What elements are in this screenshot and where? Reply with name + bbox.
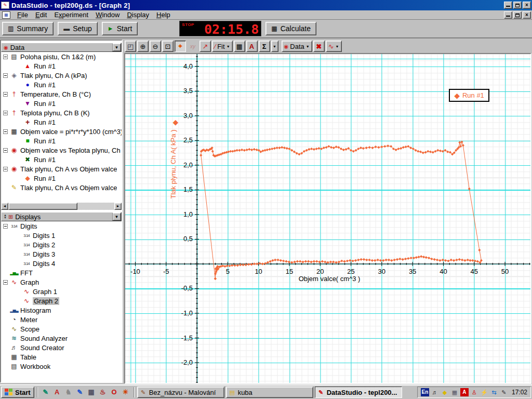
display-item[interactable]: ▤Workbook [1,362,122,371]
minimize-button[interactable] [504,2,512,9]
tray-agent-icon[interactable]: ♙ [470,388,478,396]
quick-launch-icon-2[interactable]: A [52,387,62,397]
scroll-left-icon[interactable]: ◄ [1,203,8,210]
display-item[interactable]: ◔Meter [1,315,122,324]
collapse-icon[interactable] [3,55,8,59]
data-item[interactable]: ◉Objem valce vs Teplota plynu, Ch B [1,145,122,155]
display-item[interactable]: ∿Graph 2 [1,296,122,305]
power-icon[interactable]: ⚡ [480,388,488,396]
data-panel-hscrollbar[interactable]: ◄ ► [1,203,122,210]
calculate-tool-button[interactable]: ▦ [234,41,245,52]
task-button[interactable]: ✎DataStudio - tepl200... [315,387,402,398]
display-item[interactable]: ♬Sound Creator [1,343,122,352]
scrollbar-thumb[interactable] [8,203,77,210]
quick-launch-icon-6[interactable]: ♨ [98,387,108,397]
pen-tool-icon[interactable]: ✎ [500,388,508,396]
slope-tool-button[interactable]: ↗ [200,41,211,52]
fit-dropdown[interactable]: ∕ Fit ▼ [212,41,233,52]
display-item[interactable]: 3.14Digits 1 [1,231,122,240]
text-annotation-button[interactable]: A [246,41,258,52]
data-panel-header[interactable]: ◉ Data ▼ [1,43,122,52]
taskbar-start-button[interactable]: Start [1,387,34,398]
zoom-in-button[interactable]: ⊕ [137,41,149,52]
tray-utility-icon[interactable]: ◆ [441,388,449,396]
display-item[interactable]: 3.14Digits 2 [1,240,122,249]
task-button[interactable]: ✎Bez_názvu - Malování [137,387,224,398]
collapse-icon[interactable] [3,148,8,153]
quick-launch-icon-3[interactable]: ♞ [63,387,74,397]
display-item[interactable]: ∿Scope [1,324,122,334]
legend[interactable]: ◆ Run #1 [449,89,489,102]
data-item[interactable]: ✎Tlak plynu, Ch A vs Objem valce [1,183,122,192]
xy-tool-button[interactable]: xy [187,41,198,52]
run-item[interactable]: ◆Run #1 [1,174,122,183]
data-item[interactable]: ◈Tlak plynu, Ch A (kPa) [1,71,122,80]
display-item[interactable]: ▦Table [1,352,122,362]
collapse-icon[interactable] [3,167,8,171]
data-dropdown[interactable]: ◉ Data ▼ [282,41,312,52]
run-item[interactable]: ✖Run #1 [1,155,122,164]
volume-icon[interactable]: ♬ [431,388,439,396]
menu-window[interactable]: Window [92,10,123,19]
restore-button[interactable] [513,2,522,9]
statistics-button[interactable]: Σ [259,41,270,52]
setup-button[interactable]: ▬ Setup [58,22,98,35]
quick-launch-icon-4[interactable]: ✎ [75,387,85,397]
displays-panel-dropdown[interactable]: ▼ [112,212,121,221]
close-button[interactable]: × [523,2,531,9]
task-button[interactable]: ▤kuba [226,387,313,398]
display-item[interactable]: 3.14Digits 4 [1,259,122,268]
plot-area[interactable]: -10-55101520253035404550-2,0-1,5-1,0-0,5… [125,54,530,383]
display-item[interactable]: ▂▅▃FFT [1,268,122,277]
collapse-icon[interactable] [3,73,8,78]
child-restore-button[interactable] [513,11,522,19]
quick-launch-icon-1[interactable]: ✎ [41,387,51,397]
graph-settings-dropdown[interactable]: ∿ ▼ [326,41,342,52]
zoom-select-button[interactable]: ⊡ [162,41,174,52]
collapse-icon[interactable] [3,129,8,134]
collapse-icon[interactable] [3,224,8,229]
display-item[interactable]: ▂▅▃Histogram [1,305,122,315]
child-minimize-button[interactable] [504,11,512,19]
network-icon[interactable]: ⇆ [490,388,498,396]
data-item[interactable]: †Temperature, Ch B (°C) [1,89,122,99]
start-button[interactable]: ► Start [102,22,138,35]
menu-display[interactable]: Display [123,10,153,19]
quick-launch-icon-7[interactable]: O [109,387,119,397]
data-panel-dropdown[interactable]: ▼ [112,43,121,51]
calculate-button[interactable]: ▦ Calculate [265,22,316,35]
data-item[interactable]: ▤Poloha pistu, Ch 1&2 (m) [1,52,122,61]
menu-edit[interactable]: Edit [32,10,50,19]
data-item[interactable]: ▦Objem valce = pi*r*r*y*100 (cm^3) [1,127,122,136]
menu-help[interactable]: Help [153,10,174,19]
menu-file[interactable]: File [14,10,32,19]
scroll-right-icon[interactable]: ► [114,203,122,210]
statistics-dropdown[interactable]: ▼ [271,41,278,52]
display-item[interactable]: ∿Graph [1,277,122,287]
run-item[interactable]: +Run #1 [1,117,122,127]
scale-to-fit-button[interactable]: ◰ [125,41,136,52]
quick-launch-icon-5[interactable]: ▦ [86,387,97,397]
smart-tool-button[interactable]: ⌖ [175,41,186,52]
display-item[interactable]: 3.14Digits 3 [1,249,122,259]
collapse-icon[interactable] [3,92,8,97]
quick-launch-icon-8[interactable]: ☀ [121,387,131,397]
child-close-button[interactable]: × [523,11,531,19]
run-item[interactable]: ▲Run #1 [1,61,122,71]
collapse-icon[interactable] [3,111,8,115]
display-item[interactable]: ≋Sound Analyzer [1,334,122,343]
menu-experiment[interactable]: Experiment [50,10,92,19]
zoom-out-button[interactable]: ⊖ [150,41,161,52]
display-item[interactable]: 3.14Digits [1,221,122,231]
delete-button[interactable]: ✖ [313,41,325,52]
data-item[interactable]: ◉Tlak plynu, Ch A vs Objem valce [1,164,122,174]
data-item[interactable]: †Teplota plynu, Ch B (K) [1,108,122,117]
run-item[interactable]: ●Run #1 [1,80,122,89]
summary-button[interactable]: ▥ Summary [2,22,54,35]
language-indicator[interactable]: En [421,388,429,396]
ati-icon[interactable]: A [460,388,469,396]
run-item[interactable]: ■Run #1 [1,136,122,145]
display-item[interactable]: ∿Graph 1 [1,287,122,296]
displays-panel-header[interactable]: ▲▼ ⊞ Displays ▼ [1,212,122,221]
collapse-icon[interactable] [3,280,8,285]
